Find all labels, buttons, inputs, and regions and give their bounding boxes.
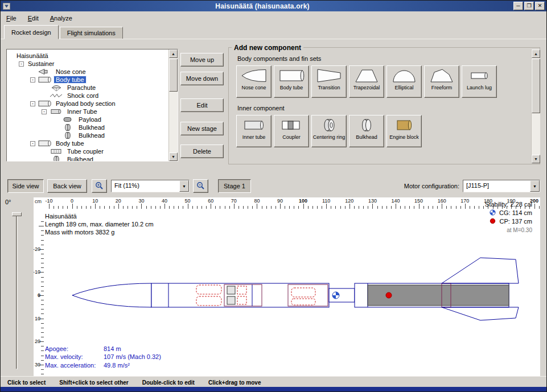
tree-item-label: Bulkhead [77, 132, 106, 139]
chevron-down-icon[interactable]: ▼ [530, 180, 540, 192]
add-coupler-button[interactable]: Coupler [274, 115, 309, 147]
tree-item-payload-body-section[interactable]: -Payload body section [13, 100, 168, 108]
add-trapezoidal-button[interactable]: Trapezoidal [349, 65, 384, 98]
freeform-icon [429, 68, 455, 85]
close-button[interactable]: ✕ [535, 2, 545, 10]
edit-button[interactable]: Edit [180, 98, 224, 112]
tree-scrollbar[interactable]: ▲ ▼ [168, 49, 178, 161]
tree-item-bulkhead[interactable]: Bulkhead [13, 123, 168, 131]
flight-stat-value: 107 m/s (Mach 0.32) [104, 353, 161, 361]
add-panel-scrollbar[interactable]: ▲ ▼ [531, 49, 540, 163]
cp-label: CP: [500, 218, 510, 225]
tree-item-bulkhead[interactable]: Bulkhead [13, 131, 168, 139]
nose-cone-shape[interactable] [72, 283, 151, 307]
menu-analyze[interactable]: Analyze [50, 15, 72, 22]
delete-button[interactable]: Delete [180, 145, 224, 158]
engineblock-icon [391, 117, 417, 134]
scroll-up-icon[interactable]: ▲ [532, 49, 540, 58]
menu-edit[interactable]: Edit [28, 15, 39, 22]
magnifier-plus-icon [95, 181, 104, 191]
tree-scrollbar-thumb[interactable] [169, 59, 178, 92]
tree-item-body-tube[interactable]: -Body tube [13, 139, 168, 147]
bulkhead-icon [60, 123, 75, 131]
stage-1-toggle[interactable]: Stage 1 [218, 179, 251, 193]
trapezoidal-icon [353, 68, 380, 85]
inner-component-label: Inner component [237, 105, 528, 112]
scroll-down-icon[interactable]: ▼ [532, 155, 540, 163]
tab-flight-simulations[interactable]: Flight simulations [60, 27, 123, 39]
add-transition-button[interactable]: Transition [311, 65, 347, 98]
stability-block: Stability: 2.28 cal CG: 114 cm CP: 137 c… [485, 200, 532, 234]
rocket-name: Haisunäätä [45, 212, 154, 220]
status-hint: Shift+click to select other [59, 379, 128, 386]
tree-toggle-icon[interactable]: - [42, 109, 47, 114]
lower-fin-shape[interactable] [442, 307, 519, 320]
maximize-button[interactable]: ❒ [524, 2, 534, 10]
scroll-down-icon[interactable]: ▼ [169, 152, 178, 161]
chevron-down-icon[interactable]: ▼ [179, 180, 189, 192]
tab-rocket-design[interactable]: Rocket design [4, 25, 59, 39]
bulkhead-icon [60, 131, 75, 139]
add-nose-cone-button[interactable]: Nose cone [236, 65, 272, 98]
payload-shape[interactable] [227, 286, 235, 294]
tree-item-label: Nose cone [54, 68, 88, 75]
tree-item-nose-cone[interactable]: Nose cone [13, 68, 168, 76]
tree-item-sustainer[interactable]: -Sustainer [13, 60, 168, 68]
nosecone-icon [241, 68, 267, 85]
bulkhead-icon [353, 117, 380, 134]
ruler-label: 160 [438, 198, 446, 204]
add-engine-block-button[interactable]: Engine block [386, 115, 422, 147]
bodytube-icon [38, 139, 52, 147]
tree-toggle-icon[interactable]: - [30, 77, 35, 82]
tree-toggle-icon[interactable]: - [19, 61, 24, 67]
tab-strip: Rocket designFlight simulations [1, 24, 546, 39]
tree-item-bulkhead[interactable]: Bulkhead [13, 155, 168, 162]
add-elliptical-button[interactable]: Elliptical [386, 65, 422, 98]
tree-item-inner-tube[interactable]: -Inner Tube [13, 108, 168, 115]
tree-item-tube-coupler[interactable]: Tube coupler [13, 147, 168, 155]
forward-body-tube-shape[interactable] [151, 283, 329, 307]
upper-fin-shape[interactable] [442, 258, 519, 283]
move-up-button[interactable]: Move up [180, 53, 224, 67]
zoom-out-button[interactable] [193, 179, 208, 193]
add-scrollbar-thumb[interactable] [532, 59, 540, 113]
component-button-label: Nose cone [241, 85, 266, 91]
menu-file[interactable]: File [6, 15, 17, 22]
zoom-in-button[interactable] [92, 179, 107, 193]
bulkhead-icon [49, 155, 64, 162]
innertube-icon [49, 108, 64, 115]
tree-toggle-icon[interactable]: - [30, 101, 35, 106]
scroll-up-icon[interactable]: ▲ [169, 49, 178, 58]
zoom-level-value: Fit (11%) [112, 180, 179, 192]
new-stage-button[interactable]: New stage [180, 122, 224, 135]
add-bulkhead-button[interactable]: Bulkhead [349, 115, 384, 147]
rocket-canvas[interactable]: cm -100102030405060708090100110120130140… [34, 197, 540, 376]
move-down-button[interactable]: Move down [180, 72, 224, 85]
rotation-slider[interactable] [16, 212, 18, 369]
tree-item-haisun-t[interactable]: Haisunäätä [13, 52, 168, 60]
minimize-button[interactable]: ─ [513, 2, 523, 10]
payload-shape[interactable] [227, 296, 235, 304]
view-toolbar: Side view Back view Fit (11%) ▼ Stage 1 … [1, 176, 546, 196]
flight-stat-value: 814 m [104, 345, 121, 353]
add-freeform-button[interactable]: Freeform [424, 65, 459, 98]
motor-configuration-select[interactable]: [J115-P] ▼ [463, 180, 540, 192]
zoom-level-select[interactable]: Fit (11%) ▼ [111, 180, 190, 192]
tree-item-body-tube[interactable]: -Body tube [13, 76, 168, 84]
add-launch-lug-button[interactable]: Launch lug [462, 65, 497, 98]
back-view-button[interactable]: Back view [47, 179, 87, 193]
tree-item-shock-cord[interactable]: Shock cord [13, 92, 168, 100]
coupler-icon [49, 147, 64, 155]
titlebar[interactable]: Haisunäätä (haisunaata.ork) ─ ❒ ✕ [1, 1, 546, 11]
stability-value: 2.28 cal [510, 201, 532, 208]
tree-item-payload[interactable]: Payload [13, 115, 168, 123]
side-view-button[interactable]: Side view [7, 179, 44, 193]
component-tree-panel[interactable]: Haisunäätä-SustainerNose cone-Body tubeP… [6, 49, 178, 162]
add-centering-ring-button[interactable]: Centering ring [311, 115, 347, 147]
tree-item-parachute[interactable]: Parachute [13, 84, 168, 92]
mach-note: at M=0.30 [485, 226, 532, 235]
add-body-tube-button[interactable]: Body tube [274, 65, 309, 98]
rotation-slider-thumb[interactable] [12, 212, 22, 216]
tree-toggle-icon[interactable]: - [30, 141, 35, 146]
add-inner-tube-button[interactable]: Inner tube [236, 115, 272, 147]
